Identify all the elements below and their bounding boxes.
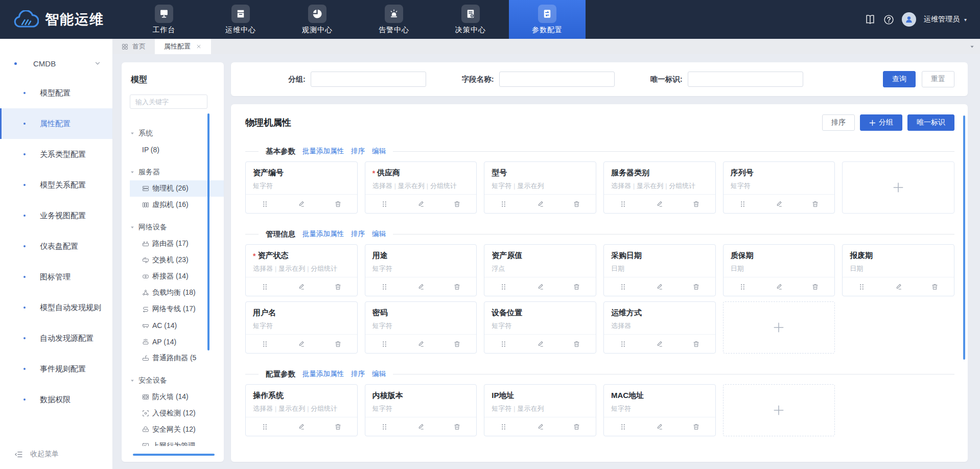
group-link-sort[interactable]: 排序 [351,147,365,156]
tree-group-system[interactable]: 系统 [130,125,224,142]
delete-icon[interactable] [453,423,461,431]
add-configuration-attribute-button[interactable] [723,384,835,436]
edit-icon[interactable] [417,283,425,291]
drag-handle-icon[interactable] [619,283,627,291]
model-tree-horizontal-scrollbar[interactable] [133,454,215,456]
delete-icon[interactable] [692,423,700,431]
group-link-edit[interactable]: 编辑 [372,229,386,239]
delete-icon[interactable] [453,340,461,348]
topnav-item-ops-center[interactable]: 运维中心 [202,0,279,39]
edit-icon[interactable] [895,283,902,291]
tree-item-bridge[interactable]: 桥接器 (14) [130,268,224,285]
drag-handle-icon[interactable] [739,200,746,208]
sidebar-group-cmdb[interactable]: CMDB [0,49,112,78]
drag-handle-icon[interactable] [381,283,388,291]
edit-icon[interactable] [536,200,544,208]
drag-handle-icon[interactable] [500,283,507,291]
drag-handle-icon[interactable] [381,423,388,431]
edit-icon[interactable] [297,283,305,291]
sidebar-item-relation-type-config[interactable]: 关系类型配置 [0,139,112,170]
delete-icon[interactable] [573,423,580,431]
sidebar-item-icon-management[interactable]: 图标管理 [0,262,112,292]
tree-item-firewall[interactable]: 防火墙 (14) [130,389,224,405]
tabbar-dropdown-caret[interactable] [969,39,980,54]
delete-icon[interactable] [931,283,939,291]
query-button[interactable]: 查询 [883,71,916,87]
add-group-button[interactable]: 分组 [860,114,902,131]
edit-icon[interactable] [536,340,544,348]
group-link-batch-add-attribute[interactable]: 批量添加属性 [302,229,344,239]
tree-item-physical-machine[interactable]: 物理机 (26) [130,180,224,197]
tree-item-security-gateway[interactable]: 安全网关 (12) [130,421,224,438]
group-link-sort[interactable]: 排序 [351,229,365,239]
edit-icon[interactable] [656,200,663,208]
tree-item-network-line[interactable]: 网络专线 (17) [130,301,224,317]
topnav-item-alert-center[interactable]: 告警中心 [356,0,432,39]
delete-icon[interactable] [573,340,580,348]
drag-handle-icon[interactable] [858,283,866,291]
edit-icon[interactable] [536,423,544,431]
collapse-menu-button[interactable]: 收起菜单 [0,439,112,469]
edit-icon[interactable] [297,200,305,208]
topnav-item-observe-center[interactable]: 观测中心 [279,0,356,39]
tree-item-ac[interactable]: AC (14) [130,317,224,334]
app-logo[interactable]: 智能运维 [0,0,126,39]
edit-icon[interactable] [536,283,544,291]
edit-icon[interactable] [417,200,425,208]
group-link-edit[interactable]: 编辑 [372,147,386,156]
sidebar-item-model-config[interactable]: 模型配置 [0,78,112,108]
drag-handle-icon[interactable] [619,200,627,208]
field-name-filter-input[interactable] [499,72,615,87]
sidebar-item-model-auto-discovery-rules[interactable]: 模型自动发现规则 [0,292,112,323]
edit-icon[interactable] [417,340,425,348]
delete-icon[interactable] [334,340,342,348]
docs-book-icon[interactable] [865,14,876,25]
drag-handle-icon[interactable] [739,283,746,291]
drag-handle-icon[interactable] [500,340,507,348]
model-search-input[interactable] [130,95,207,109]
delete-icon[interactable] [692,340,700,348]
drag-handle-icon[interactable] [619,340,627,348]
edit-icon[interactable] [297,340,305,348]
tree-item-plain-router[interactable]: 普通路由器 (5 [130,350,224,366]
reset-button[interactable]: 重置 [922,71,954,87]
group-link-batch-add-attribute[interactable]: 批量添加属性 [302,369,344,379]
tree-item-internet-behavior[interactable]: 上网行为管理 [130,438,224,446]
content-vertical-scrollbar[interactable] [963,115,965,360]
tree-item-router[interactable]: 路由器 (17) [130,236,224,252]
sidebar-item-model-relation-config[interactable]: 模型关系配置 [0,170,112,200]
sidebar-item-dashboard-config[interactable]: 仪表盘配置 [0,231,112,262]
add-basic-attribute-button[interactable] [842,161,954,214]
drag-handle-icon[interactable] [261,340,269,348]
edit-icon[interactable] [775,283,783,291]
group-link-batch-add-attribute[interactable]: 批量添加属性 [302,147,344,156]
unique-id-filter-input[interactable] [688,72,803,87]
edit-icon[interactable] [297,423,305,431]
sidebar-item-attribute-config[interactable]: 属性配置 [0,108,112,139]
drag-handle-icon[interactable] [500,423,507,431]
drag-handle-icon[interactable] [381,200,388,208]
delete-icon[interactable] [453,200,461,208]
tree-item-ip[interactable]: IP (8) [130,142,224,158]
delete-icon[interactable] [334,423,342,431]
tree-group-security-device[interactable]: 安全设备 [130,372,224,389]
group-filter-input[interactable] [311,72,426,87]
model-tree-vertical-scrollbar[interactable] [207,113,209,350]
delete-icon[interactable] [453,283,461,291]
tree-item-virtual-machine[interactable]: 虚拟机 (16) [130,197,224,213]
sidebar-item-business-view-config[interactable]: 业务视图配置 [0,200,112,231]
edit-icon[interactable] [656,340,663,348]
sidebar-item-data-permission[interactable]: 数据权限 [0,384,112,415]
drag-handle-icon[interactable] [619,423,627,431]
help-icon[interactable] [883,14,894,25]
drag-handle-icon[interactable] [381,340,388,348]
topnav-item-decision-center[interactable]: 决策中心 [432,0,509,39]
unique-id-button[interactable]: 唯一标识 [907,114,954,131]
sort-button[interactable]: 排序 [822,114,855,131]
topnav-item-workbench[interactable]: 工作台 [126,0,202,39]
user-avatar[interactable] [902,12,916,27]
user-menu[interactable]: 运维管理员 [924,15,960,24]
tree-item-load-balancer[interactable]: 负载均衡 (18) [130,285,224,301]
drag-handle-icon[interactable] [500,200,507,208]
tree-item-ap[interactable]: AP (14) [130,334,224,350]
